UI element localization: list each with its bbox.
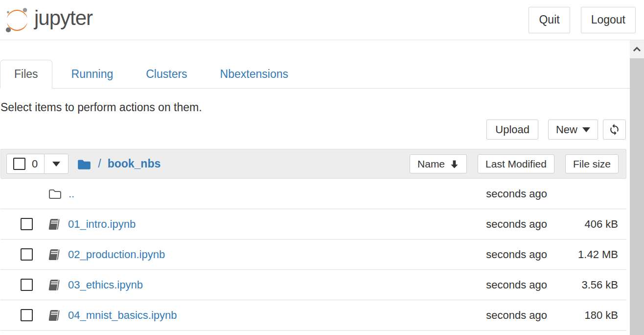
select-group: 0	[6, 154, 69, 174]
main-area: Files Running Clusters Nbextensions Sele…	[0, 40, 644, 335]
file-row: 03_ethics.ipynb seconds ago 3.56 kB	[0, 270, 626, 300]
chevron-up-icon	[633, 47, 641, 52]
jupyter-logo[interactable]: jupyter	[5, 6, 92, 34]
row-size: 406 kB	[547, 218, 618, 231]
header-buttons: Quit Logout	[529, 7, 636, 33]
upload-button[interactable]: Upload	[486, 120, 538, 140]
file-row: 04_mnist_basics.ipynb seconds ago 180 kB	[0, 300, 626, 331]
row-checkbox[interactable]	[21, 279, 33, 291]
new-button-label: New	[556, 123, 577, 136]
select-all-checkbox[interactable]	[13, 158, 25, 170]
select-filter-dropdown[interactable]	[45, 154, 68, 173]
breadcrumb: / book_nbs	[77, 157, 161, 170]
file-link[interactable]: 04_mnist_basics.ipynb	[68, 309, 177, 322]
notebook-icon	[48, 249, 61, 261]
tab-nbextensions[interactable]: Nbextensions	[207, 60, 302, 89]
row-size: 3.56 kB	[547, 279, 618, 291]
jupyter-file-browser: jupyter Quit Logout Files Running Cluste…	[0, 0, 644, 335]
row-modified: seconds ago	[444, 218, 547, 231]
tab-running[interactable]: Running	[58, 60, 127, 89]
sort-file-size-button[interactable]: File size	[565, 154, 619, 173]
row-modified: seconds ago	[444, 279, 547, 291]
sort-last-modified-button[interactable]: Last Modified	[478, 154, 554, 173]
quit-button[interactable]: Quit	[529, 7, 570, 33]
jupyter-logo-icon	[5, 6, 29, 34]
row-size: 1.42 MB	[547, 248, 618, 261]
file-link[interactable]: 01_intro.ipynb	[68, 218, 136, 231]
file-row: 01_intro.ipynb seconds ago 406 kB	[0, 209, 626, 239]
sort-name-label: Name	[417, 158, 445, 170]
scrollbar[interactable]	[630, 40, 644, 335]
file-row: 02_production.ipynb seconds ago 1.42 MB	[0, 239, 626, 270]
selected-count: 0	[32, 158, 38, 170]
file-link[interactable]: 03_ethics.ipynb	[68, 279, 143, 291]
breadcrumb-current-folder: book_nbs	[108, 157, 161, 170]
row-modified: seconds ago	[444, 309, 547, 322]
checkbox-spacer	[21, 188, 33, 200]
logout-button[interactable]: Logout	[581, 7, 636, 33]
folder-open-outline-icon	[48, 188, 62, 200]
notebook-icon	[48, 310, 61, 321]
select-all-button[interactable]: 0	[7, 154, 44, 173]
new-dropdown-button[interactable]: New	[548, 120, 598, 140]
action-row: Upload New	[0, 120, 630, 140]
caret-down-icon	[52, 162, 60, 167]
row-checkbox[interactable]	[21, 218, 33, 230]
row-checkbox[interactable]	[21, 248, 33, 261]
file-list: .. seconds ago	[0, 179, 626, 331]
list-header: 0 / book_nbs Name	[0, 149, 626, 179]
caret-down-icon	[582, 127, 590, 132]
notebook-icon	[48, 218, 61, 230]
logo-text: jupyter	[34, 6, 92, 30]
header: jupyter Quit Logout	[0, 0, 644, 40]
refresh-icon	[608, 123, 621, 136]
file-row-parent: .. seconds ago	[0, 179, 626, 209]
tab-clusters[interactable]: Clusters	[132, 60, 201, 89]
parent-directory-link[interactable]: ..	[69, 188, 74, 200]
sort-name-button[interactable]: Name	[410, 154, 467, 173]
notice-text: Select items to perform actions on them.	[0, 101, 630, 114]
row-size: 180 kB	[547, 309, 618, 322]
content: Files Running Clusters Nbextensions Sele…	[0, 40, 630, 335]
scrollbar-thumb[interactable]	[630, 58, 644, 335]
notebook-icon	[48, 279, 61, 291]
tab-bar: Files Running Clusters Nbextensions	[0, 60, 630, 89]
arrow-down-icon	[450, 159, 459, 169]
row-modified: seconds ago	[444, 188, 547, 200]
refresh-button[interactable]	[603, 120, 626, 140]
folder-icon[interactable]	[77, 158, 92, 170]
sort-buttons: Name Last Modified File size	[410, 154, 619, 173]
row-modified: seconds ago	[444, 248, 547, 261]
breadcrumb-root-link[interactable]: /	[98, 157, 101, 170]
row-checkbox[interactable]	[21, 309, 33, 321]
tab-files[interactable]: Files	[0, 60, 52, 89]
scroll-up-button[interactable]	[630, 40, 644, 58]
file-link[interactable]: 02_production.ipynb	[68, 248, 165, 261]
